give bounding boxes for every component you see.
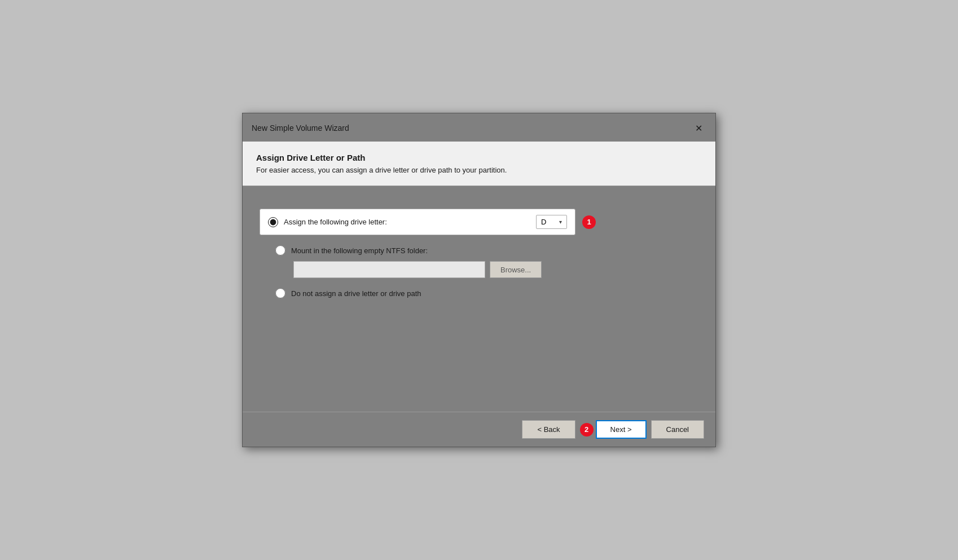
back-button[interactable]: < Back [522,420,575,439]
close-button[interactable]: ✕ [691,120,706,136]
annotation-badge-2: 2 [580,423,594,436]
assign-letter-radio[interactable] [268,217,278,227]
browse-button[interactable]: Browse... [490,261,542,278]
ntfs-folder-input[interactable] [293,261,485,278]
no-assign-option-row: Do not assign a drive letter or drive pa… [275,288,698,298]
header-section: Assign Drive Letter or Path For easier a… [243,142,715,186]
annotation-badge-1: 1 [582,215,596,229]
drive-letter-dropdown[interactable]: D ▾ [536,215,567,229]
assign-letter-label: Assign the following drive letter: [284,218,536,226]
next-button[interactable]: Next > [596,420,647,439]
title-bar: New Simple Volume Wizard ✕ [243,113,715,142]
drive-letter-value: D [541,218,546,226]
no-assign-radio[interactable] [275,288,285,298]
footer-section: < Back 2 Next > Cancel [243,412,715,447]
section-description: For easier access, you can assign a driv… [256,166,702,174]
ntfs-folder-row: Browse... [293,261,698,278]
chevron-down-icon: ▾ [559,219,562,225]
next-wrapper: 2 Next > [580,420,647,439]
mount-folder-option-row: Mount in the following empty NTFS folder… [275,245,698,255]
section-heading: Assign Drive Letter or Path [256,153,702,162]
mount-folder-radio[interactable] [275,245,285,255]
mount-folder-label: Mount in the following empty NTFS folder… [291,246,698,255]
no-assign-label: Do not assign a drive letter or drive pa… [291,289,698,298]
content-section: Assign the following drive letter: D ▾ 1… [243,186,715,412]
new-simple-volume-wizard-dialog: New Simple Volume Wizard ✕ Assign Drive … [242,113,716,447]
dialog-title: New Simple Volume Wizard [252,124,349,133]
assign-letter-option-row: Assign the following drive letter: D ▾ [260,209,575,235]
cancel-button[interactable]: Cancel [651,420,704,439]
